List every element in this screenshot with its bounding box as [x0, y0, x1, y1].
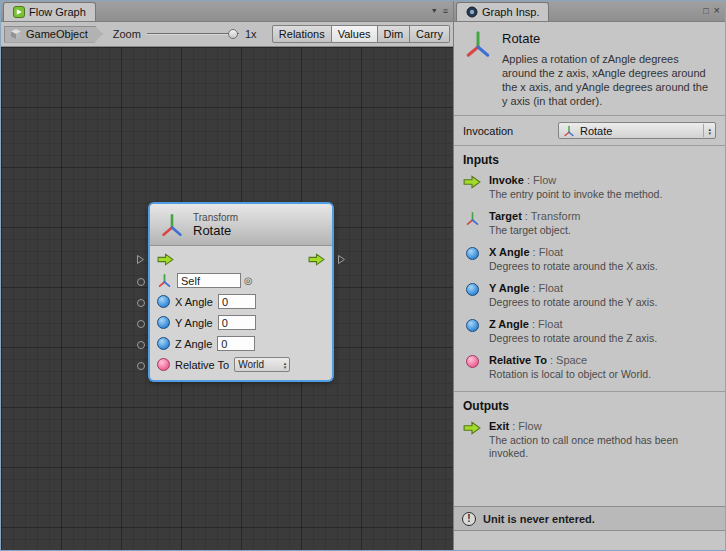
- output-doc-exit: Exit : Flow The action to call once meth…: [463, 420, 716, 460]
- zoom-slider-knob[interactable]: [228, 29, 238, 39]
- target-connector[interactable]: [137, 278, 145, 286]
- inspector-spacer: [454, 470, 725, 506]
- invoke-port[interactable]: [157, 253, 174, 266]
- inputs-section-header: Inputs: [454, 146, 725, 172]
- flow-out-connector[interactable]: [337, 254, 346, 265]
- breadcrumb-gameobject[interactable]: GameObject: [4, 26, 103, 43]
- port-type: Space: [556, 354, 587, 366]
- port-description: The target object.: [489, 224, 714, 237]
- port-type: Float: [538, 318, 562, 330]
- port-description: The entry point to invoke the method.: [489, 188, 714, 201]
- rotate-unit-icon: [463, 29, 493, 59]
- z-angle-input[interactable]: [217, 336, 255, 351]
- input-doc-y-angle: Y Angle : Float Degrees to rotate around…: [463, 282, 716, 309]
- tab-graph-inspector[interactable]: Graph Insp.: [456, 2, 549, 21]
- pane-close-icon[interactable]: ×: [714, 5, 720, 17]
- port-name: Target: [489, 210, 522, 222]
- y-angle-connector[interactable]: [137, 320, 145, 328]
- relative-to-port[interactable]: [157, 358, 170, 371]
- relative-to-dropdown[interactable]: World ▴▾: [234, 357, 290, 372]
- object-picker-icon[interactable]: ◎: [244, 275, 253, 286]
- outputs-list: Exit : Flow The action to call once meth…: [454, 418, 725, 470]
- exit-port[interactable]: [308, 253, 325, 266]
- inspector-header-text: Rotate Applies a rotation of zAngle degr…: [502, 29, 714, 108]
- invocation-label: Invocation: [463, 125, 513, 137]
- relative-to-connector[interactable]: [137, 362, 145, 370]
- carry-button[interactable]: Carry: [410, 25, 450, 43]
- inputs-list: Invoke : Flow The entry point to invoke …: [454, 172, 725, 392]
- input-doc-x-angle: X Angle : Float Degrees to rotate around…: [463, 246, 716, 273]
- input-doc-relative-to: Relative To : Space Rotation is local to…: [463, 354, 716, 381]
- z-angle-port[interactable]: [157, 337, 170, 350]
- port-name: Invoke: [489, 174, 524, 186]
- target-row: ◎: [157, 272, 325, 289]
- z-angle-connector[interactable]: [137, 341, 145, 349]
- values-button[interactable]: Values: [332, 25, 378, 43]
- input-doc-target: Target : Transform The target object.: [463, 210, 716, 237]
- breadcrumb-label: GameObject: [26, 28, 88, 40]
- y-angle-row: Y Angle: [157, 314, 325, 331]
- zoom-slider-track: [147, 33, 239, 35]
- y-angle-port[interactable]: [157, 316, 170, 329]
- invocation-dropdown[interactable]: Rotate ▴▾: [558, 122, 716, 139]
- pane-square-icon[interactable]: □: [703, 5, 708, 17]
- port-name: Y Angle: [489, 282, 529, 294]
- gameobject-icon: [10, 28, 22, 40]
- node-header[interactable]: Transform Rotate: [150, 204, 332, 246]
- port-type: Flow: [533, 174, 556, 186]
- node-type-label: Transform: [193, 212, 238, 223]
- flow-port-icon: [463, 421, 481, 435]
- dropdown-arrows-icon: ▴▾: [284, 361, 287, 369]
- graph-canvas[interactable]: Transform Rotate ◎: [1, 47, 453, 550]
- float-port-icon: [466, 319, 479, 332]
- flow-graph-tabbar: Flow Graph ▼ ≡: [1, 1, 453, 22]
- relative-to-value: World: [238, 359, 264, 370]
- port-type: Float: [539, 282, 563, 294]
- zoom-slider[interactable]: [147, 27, 239, 41]
- node-body: ◎ X Angle Y Angle Z: [150, 246, 332, 380]
- dim-button[interactable]: Dim: [378, 25, 411, 43]
- tab-flow-graph-label: Flow Graph: [29, 6, 86, 18]
- x-angle-row: X Angle: [157, 293, 325, 310]
- tab-flow-graph[interactable]: Flow Graph: [3, 2, 96, 21]
- target-field[interactable]: [177, 273, 241, 288]
- port-type: Flow: [518, 420, 541, 432]
- x-angle-port[interactable]: [157, 295, 170, 308]
- invocation-dropdown-arrows-icon: ▴▾: [703, 124, 711, 137]
- pane-dropdown-icon[interactable]: ▼: [431, 5, 438, 17]
- x-angle-connector[interactable]: [137, 299, 145, 307]
- graph-inspector-icon: [466, 6, 478, 18]
- flow-graph-panel: Flow Graph ▼ ≡ GameObject Zoom 1x Relati…: [1, 1, 453, 550]
- flow-in-connector[interactable]: [136, 254, 145, 265]
- y-angle-label: Y Angle: [175, 317, 213, 329]
- flow-graph-toolbar: GameObject Zoom 1x Relations Values Dim …: [1, 22, 453, 47]
- x-angle-label: X Angle: [175, 296, 213, 308]
- relative-to-label: Relative To: [175, 359, 229, 371]
- outputs-section-header: Outputs: [454, 392, 725, 418]
- relations-button[interactable]: Relations: [272, 25, 332, 43]
- input-doc-invoke: Invoke : Flow The entry point to invoke …: [463, 174, 716, 201]
- port-description: Degrees to rotate around the Y axis.: [489, 296, 714, 309]
- port-description: Rotation is local to object or World.: [489, 368, 714, 381]
- transform-port-icon: [465, 211, 480, 226]
- node-title: Rotate: [193, 223, 238, 238]
- port-description: The action to call once method has been …: [489, 434, 714, 460]
- relative-to-row: Relative To World ▴▾: [157, 356, 325, 373]
- unity-window: Flow Graph ▼ ≡ GameObject Zoom 1x Relati…: [0, 0, 726, 551]
- space-port-icon: [466, 355, 479, 368]
- target-port[interactable]: [157, 273, 172, 288]
- port-description: Degrees to rotate around the X axis.: [489, 260, 714, 273]
- warning-text: Unit is never entered.: [483, 513, 595, 525]
- y-angle-input[interactable]: [218, 315, 256, 330]
- invocation-dropdown-icon: [563, 125, 575, 137]
- input-doc-z-angle: Z Angle : Float Degrees to rotate around…: [463, 318, 716, 345]
- inspector-header: Rotate Applies a rotation of zAngle degr…: [454, 22, 725, 116]
- pane-menu-icon[interactable]: ≡: [443, 5, 448, 17]
- inspector-pane-controls: □ ×: [703, 5, 720, 17]
- float-port-icon: [466, 283, 479, 296]
- node-transform-rotate[interactable]: Transform Rotate ◎: [149, 203, 333, 381]
- port-type: Float: [539, 246, 563, 258]
- x-angle-input[interactable]: [218, 294, 256, 309]
- port-description: Degrees to rotate around the Z axis.: [489, 332, 714, 345]
- zoom-value: 1x: [245, 28, 257, 40]
